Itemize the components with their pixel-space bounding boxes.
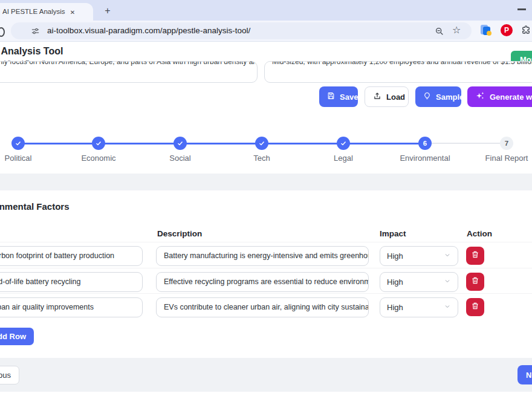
impact-select[interactable]: High <box>380 246 458 266</box>
check-icon <box>15 140 22 147</box>
trash-icon <box>471 276 479 287</box>
delete-row-button[interactable] <box>466 298 484 316</box>
check-icon <box>95 140 102 147</box>
step-label-tech: Tech <box>219 154 304 163</box>
previous-button[interactable]: Previous <box>0 366 19 384</box>
url-text: ai-toolbox.visual-paradigm.com/app/pestl… <box>47 26 250 35</box>
pinterest-extension-icon[interactable]: P <box>501 24 513 36</box>
zoom-out-icon[interactable] <box>434 26 444 36</box>
step-circle-environmental[interactable]: 6 <box>418 137 432 150</box>
site-info-icon[interactable] <box>30 26 40 36</box>
row-divider <box>0 268 532 268</box>
description-input[interactable]: Effective recycling programs are essenti… <box>156 272 369 292</box>
browser-toolbar: ai-toolbox.visual-paradigm.com/app/pestl… <box>0 21 532 42</box>
tab-title: AI PESTLE Analysis Tool - B <box>2 8 65 17</box>
trash-icon <box>471 250 479 261</box>
address-bar[interactable]: ai-toolbox.visual-paradigm.com/app/pestl… <box>11 22 472 39</box>
column-header-impact: Impact <box>380 229 406 238</box>
check-icon <box>177 140 184 147</box>
row-divider <box>0 242 532 242</box>
chevron-down-icon <box>444 303 451 312</box>
delete-row-button[interactable] <box>466 273 484 291</box>
save-button[interactable]: Save <box>319 86 358 107</box>
tab-close-icon[interactable]: ✕ <box>68 7 77 17</box>
step-circle-political[interactable] <box>11 137 25 150</box>
reload-icon[interactable] <box>0 27 5 37</box>
factor-input[interactable]: Carbon footprint of battery production <box>0 246 143 266</box>
sparkles-icon <box>475 91 485 103</box>
scope-textarea[interactable]: We mainly focus on North America, Europe… <box>0 61 258 83</box>
new-tab-button[interactable]: + <box>102 5 114 17</box>
save-icon <box>327 92 335 102</box>
step-circle-social[interactable] <box>174 137 187 150</box>
step-circle-legal[interactable] <box>337 137 350 150</box>
step-circle-tech[interactable] <box>255 137 268 150</box>
stepper-connector-upcoming <box>425 143 507 144</box>
lightbulb-icon <box>423 92 431 102</box>
stepper-connector-complete <box>18 143 425 144</box>
factor-input[interactable]: Urban air quality improvements <box>0 297 143 317</box>
description-input[interactable]: Battery manufacturing is energy-intensiv… <box>156 246 369 266</box>
trash-icon <box>471 302 479 313</box>
section-gap <box>0 174 532 190</box>
sample-button[interactable]: Sample <box>415 86 461 107</box>
extensions-puzzle-icon[interactable] <box>520 24 531 36</box>
generate-button[interactable]: Generate with AI <box>467 86 532 107</box>
extension-icon-blue[interactable] <box>481 25 491 36</box>
step-label-economic: Economic <box>56 154 141 163</box>
step-circle-final-report[interactable]: 7 <box>500 137 513 150</box>
check-icon <box>258 140 265 147</box>
page-title: AI PESTLE Analysis Tool <box>0 46 63 57</box>
check-icon <box>340 140 347 147</box>
step-label-political: Political <box>0 154 60 163</box>
upload-icon <box>373 92 381 102</box>
tab-strip: AI PESTLE Analysis Tool - B ✕ + <box>0 0 532 21</box>
bookmark-star-icon[interactable]: ☆ <box>452 24 461 36</box>
factors-heading: Environmental Factors <box>0 201 70 212</box>
step-label-social: Social <box>138 154 222 163</box>
chevron-down-icon <box>444 251 451 261</box>
step-label-environmental: Environmental <box>383 154 467 163</box>
minimize-button[interactable] <box>517 8 526 10</box>
factor-input[interactable]: End-of-life battery recycling <box>0 272 143 292</box>
browser-window: AI PESTLE Analysis Tool - B ✕ + ai-toolb… <box>0 0 532 399</box>
column-header-action: Action <box>467 229 492 238</box>
company-textarea[interactable]: Mid-sized, with approximately 1,200 empl… <box>264 61 532 83</box>
chevron-down-icon <box>444 277 451 287</box>
next-button[interactable]: Next <box>517 365 532 384</box>
browser-tab[interactable]: AI PESTLE Analysis Tool - B ✕ <box>0 3 93 21</box>
delete-row-button[interactable] <box>466 247 484 265</box>
impact-select[interactable]: High <box>380 272 458 292</box>
impact-select[interactable]: High <box>380 297 458 317</box>
step-label-legal: Legal <box>301 154 386 163</box>
load-button[interactable]: Load <box>365 86 409 107</box>
description-input[interactable]: EVs contribute to cleaner urban air, ali… <box>156 297 369 317</box>
footer-band <box>0 358 532 392</box>
step-circle-economic[interactable] <box>92 137 105 150</box>
column-header-description: Description <box>157 229 202 238</box>
step-label-final-report: Final Report <box>464 154 532 163</box>
row-divider <box>0 293 532 294</box>
add-row-button[interactable]: + Add Row <box>0 328 34 345</box>
